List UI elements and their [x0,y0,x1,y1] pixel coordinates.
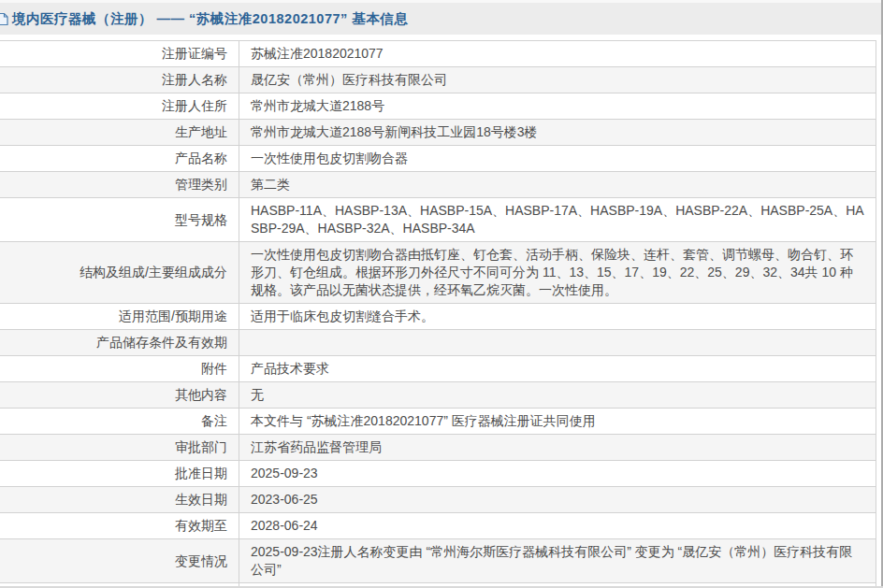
row-label-text: 附件 [201,360,227,378]
row-value-text: 适用于临床包皮切割缝合手术。 [251,308,864,325]
row-label: 结构及组成/主要组成成分 [0,242,239,303]
row-label: 生效日期 [0,487,239,512]
row-value: 无 [239,382,876,408]
table-row: 适用范围/预期用途适用于临床包皮切割缝合手术。 [0,304,876,330]
table-row: 型号规格HASBP-11A、HASBP-13A、HASBP-15A、HASBP-… [0,198,876,242]
row-value-text: 产品技术要求 [251,360,864,378]
row-label: 附件 [0,356,239,381]
table-row: 注册证编号苏械注准20182021077 [0,41,876,67]
row-value-text: 2025-09-23 [251,465,864,482]
row-label: 生产地址 [0,120,239,145]
row-value-text: 一次性使用包皮切割吻合器由抵钉座、钉仓套、活动手柄、保险块、连杆、套管、调节螺母… [251,246,864,299]
row-value: 一次性使用包皮切割吻合器 [239,146,876,171]
row-value: 常州市龙城大道2188号 [239,93,876,119]
page-title: 境内医疗器械（注册） —— “苏械注准20182021077” 基本信息 [12,10,408,28]
table-row: 注册人住所常州市龙城大道2188号 [0,93,876,120]
row-label-text: 注册人住所 [162,97,227,115]
row-value-text: 2025-09-23注册人名称变更由 “常州海尔斯医疗器械科技有限公司” 变更为… [251,543,864,579]
row-label: 适用范围/预期用途 [0,304,239,329]
row-value: 2025-09-23注册人名称变更由 “常州海尔斯医疗器械科技有限公司” 变更为… [239,539,876,582]
row-label-text: 注册证编号 [162,45,227,63]
row-label: 审批部门 [0,435,239,460]
row-value-text: HASBP-11A、HASBP-13A、HASBP-15A、HASBP-17A、… [251,202,864,237]
page-header: 境内医疗器械（注册） —— “苏械注准20182021077” 基本信息 [0,0,883,35]
info-table: 注册证编号苏械注准20182021077注册人名称晟亿安（常州）医疗科技有限公司… [0,40,876,588]
row-label-text: 其他内容 [175,386,227,404]
row-value: 常州市龙城大道2188号新闸科技工业园18号楼3楼 [239,120,876,145]
table-row: 生产地址常州市龙城大道2188号新闸科技工业园18号楼3楼 [0,120,876,146]
table-row: 有效期至2028-06-24 [0,513,876,539]
row-value-text: 2023-06-25 [251,491,864,509]
row-value: 2023-06-25 [239,487,876,512]
row-value: HASBP-11A、HASBP-13A、HASBP-15A、HASBP-17A、… [239,198,876,241]
row-label: 产品储存条件及有效期 [0,330,239,355]
row-value: 产品技术要求 [239,356,876,381]
row-value-text: 本文件与 “苏械注准20182021077” 医疗器械注册证共同使用 [251,412,864,430]
table-row: 审批部门江苏省药品监督管理局 [0,435,876,461]
row-label-text: 批准日期 [175,465,227,482]
row-value: 2025-09-23 [239,461,876,486]
row-value-text: 苏械注准20182021077 [251,45,864,63]
row-label-text: 管理类别 [175,176,227,194]
row-value-text: 第二类 [251,176,864,194]
row-label-text: 产品储存条件及有效期 [96,334,227,351]
document-icon [0,12,9,26]
table-row: 批准日期2025-09-23 [0,461,876,487]
row-label-text: 注册人名称 [162,71,227,89]
row-label: 管理类别 [0,172,239,197]
row-value-text: 常州市龙城大道2188号新闸科技工业园18号楼3楼 [251,123,864,141]
row-label: 型号规格 [0,198,239,241]
row-value-text: 常州市龙城大道2188号 [251,97,864,115]
table-row: 注册人名称晟亿安（常州）医疗科技有限公司 [0,67,876,93]
row-value: 江苏省药品监督管理局 [239,435,876,460]
row-value [239,330,876,355]
row-label-text: 审批部门 [175,438,227,456]
table-row: 其他内容无 [0,382,876,409]
row-label-text: 生产地址 [175,123,227,141]
row-label-text: 生效日期 [175,491,227,509]
row-value-text: 无 [251,386,864,404]
row-value: 苏械注准20182021077 [239,41,876,66]
table-row: 产品储存条件及有效期 [0,330,876,356]
row-value: 一次性使用包皮切割吻合器由抵钉座、钉仓套、活动手柄、保险块、连杆、套管、调节螺母… [239,242,876,303]
row-label: 有效期至 [0,513,239,538]
row-label-text: 变更情况 [175,552,227,570]
table-row: 结构及组成/主要组成成分一次性使用包皮切割吻合器由抵钉座、钉仓套、活动手柄、保险… [0,242,876,304]
row-value-text: 2028-06-24 [251,517,864,535]
row-value-text: 江苏省药品监督管理局 [251,438,864,456]
row-label: 其他内容 [0,382,239,408]
row-label: 注册人住所 [0,93,239,119]
table-row: 产品名称一次性使用包皮切割吻合器 [0,146,876,172]
row-value: 晟亿安（常州）医疗科技有限公司 [239,67,876,93]
row-label: 注册人名称 [0,67,239,93]
row-value: 适用于临床包皮切割缝合手术。 [239,304,876,329]
row-label-text: 适用范围/预期用途 [119,308,227,325]
row-label: 产品名称 [0,146,239,171]
row-label-text: 备注 [201,412,227,430]
row-value: 第二类 [239,172,876,197]
row-label-text: 产品名称 [175,150,227,167]
row-value-text: 晟亿安（常州）医疗科技有限公司 [251,71,864,89]
table-row: 备注本文件与 “苏械注准20182021077” 医疗器械注册证共同使用 [0,409,876,435]
table-row: 生效日期2023-06-25 [0,487,876,513]
row-label-text: 有效期至 [175,517,227,535]
row-label: 备注 [0,409,239,434]
row-label-text: 型号规格 [175,211,227,229]
row-label-text: 结构及组成/主要组成成分 [80,264,227,281]
row-label: 变更情况 [0,539,239,582]
row-value-text: 一次性使用包皮切割吻合器 [251,150,864,167]
table-row: 管理类别第二类 [0,172,876,198]
table-row: 附件产品技术要求 [0,356,876,382]
table-row: 变更情况2025-09-23注册人名称变更由 “常州海尔斯医疗器械科技有限公司”… [0,539,876,583]
row-label: 批准日期 [0,461,239,486]
row-value: 2028-06-24 [239,513,876,538]
row-value: 本文件与 “苏械注准20182021077” 医疗器械注册证共同使用 [239,409,876,434]
row-label: 注册证编号 [0,41,239,66]
